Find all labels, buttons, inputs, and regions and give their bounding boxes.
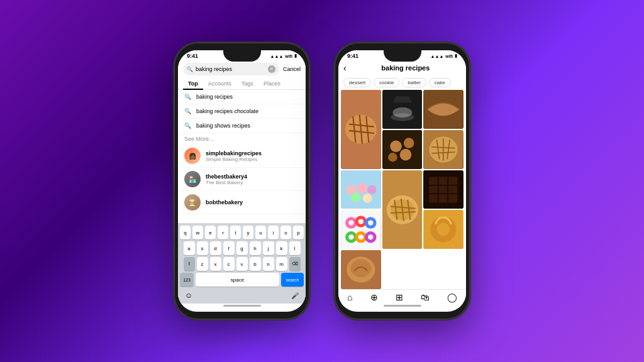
key-h[interactable]: h [250, 241, 261, 255]
key-i[interactable]: i [268, 226, 279, 239]
key-d[interactable]: d [210, 241, 221, 255]
key-e[interactable]: e [205, 226, 216, 239]
search-icon-sug1: 🔍 [184, 94, 191, 100]
suggestion-text-1: baking recipes [196, 94, 233, 100]
status-icons-2: ▲▲▲ wifi ▮ [431, 53, 457, 58]
wifi-icon: wifi [285, 54, 292, 58]
grid-cell-donut-glazed[interactable] [423, 210, 464, 249]
key-y[interactable]: y [243, 226, 253, 239]
svg-point-14 [399, 149, 411, 161]
mic-icon[interactable]: 🎤 [291, 292, 299, 299]
grid-cell-flour[interactable] [382, 90, 423, 129]
key-o[interactable]: o [280, 226, 291, 239]
suggestion-item-1[interactable]: 🔍 baking recipes [178, 90, 306, 104]
chip-dessert[interactable]: dessert [343, 78, 371, 87]
key-u[interactable]: u [255, 226, 266, 239]
nav-profile-icon[interactable]: ◯ [447, 292, 457, 302]
key-p[interactable]: p [293, 226, 304, 239]
account-fullname-2: The Best Bakery [206, 180, 247, 185]
key-k[interactable]: k [276, 241, 287, 255]
account-info-2: thebestbakery4 The Best Bakery [206, 173, 247, 185]
results-title: baking recipes [350, 64, 461, 72]
search-icon-sug2: 🔍 [184, 108, 191, 114]
grid-cell-pie-golden[interactable] [382, 170, 423, 250]
chip-cookie[interactable]: cookie [374, 78, 399, 87]
key-search[interactable]: search [281, 273, 304, 287]
avatar-2: 🏪 [184, 171, 201, 187]
clear-button[interactable]: ✕ [268, 65, 275, 73]
svg-point-28 [363, 194, 372, 202]
account-item-3[interactable]: 👨‍🍳 bobthebakery [178, 191, 306, 214]
svg-point-15 [388, 153, 397, 162]
suggestion-item-2[interactable]: 🔍 baking recipes chocolate [178, 104, 306, 119]
grid-cell-cookies[interactable] [382, 130, 423, 169]
key-z[interactable]: z [197, 257, 208, 271]
grid-cell-choc[interactable] [423, 170, 464, 209]
key-v[interactable]: v [236, 257, 248, 271]
svg-rect-38 [430, 177, 458, 202]
grid-cell-donuts[interactable] [341, 210, 381, 249]
chip-cake[interactable]: cake [429, 78, 451, 87]
tab-places[interactable]: Places [258, 78, 286, 89]
nav-home-icon[interactable]: ⌂ [347, 292, 352, 302]
key-l[interactable]: l [289, 241, 301, 255]
grid-cell-pie2[interactable] [423, 130, 464, 169]
key-a[interactable]: a [184, 241, 195, 255]
key-n[interactable]: n [263, 257, 274, 271]
tab-accounts[interactable]: Accounts [203, 78, 236, 89]
key-m[interactable]: m [276, 257, 287, 271]
time-2: 9:41 [347, 53, 358, 59]
key-q[interactable]: q [180, 226, 191, 239]
key-shift[interactable]: ⇧ [184, 257, 195, 271]
suggestion-list: 🔍 baking recipes 🔍 baking recipes chocol… [178, 90, 306, 223]
cancel-button[interactable]: Cancel [283, 66, 301, 72]
emoji-icon[interactable]: ☺ [185, 291, 192, 300]
key-s[interactable]: s [197, 241, 208, 255]
time-1: 9:41 [187, 53, 198, 59]
svg-point-9 [391, 113, 414, 121]
key-x[interactable]: x [210, 257, 221, 271]
kb-row-1: q w e r t y u i o p [180, 226, 304, 239]
signal-icon-2: ▲▲▲ [431, 54, 444, 58]
key-j[interactable]: j [263, 241, 274, 255]
search-input-box[interactable]: 🔍 baking recipes ✕ [183, 63, 279, 75]
image-grid [338, 90, 466, 289]
svg-point-47 [358, 219, 364, 224]
account-username-1: simplebakingrecipes [206, 150, 262, 156]
tab-top[interactable]: Top [183, 78, 203, 89]
svg-point-27 [351, 193, 360, 202]
account-item-1[interactable]: 👩🏾 simplebakingrecipes Simple Baking Rec… [178, 145, 306, 168]
key-delete[interactable]: ⌫ [289, 257, 301, 271]
key-c[interactable]: c [223, 257, 235, 271]
tab-tags[interactable]: Tags [236, 78, 258, 89]
see-more-link[interactable]: See More... [178, 133, 306, 145]
suggestion-item-3[interactable]: 🔍 baking shows recipes [178, 119, 306, 133]
chip-batter[interactable]: batter [402, 78, 426, 87]
nav-shop-icon[interactable]: 🛍 [421, 292, 430, 302]
svg-point-61 [350, 260, 371, 278]
grid-cell-pie-top[interactable] [341, 250, 381, 289]
svg-point-58 [437, 223, 450, 236]
key-123[interactable]: 123 [180, 273, 194, 287]
signal-icon: ▲▲▲ [270, 54, 284, 58]
nav-search-icon[interactable]: ⊕ [370, 292, 378, 302]
key-b[interactable]: b [250, 257, 261, 271]
account-item-2[interactable]: 🏪 thebestbakery4 The Best Bakery [178, 168, 306, 191]
notch-1 [223, 50, 261, 62]
search-input-text[interactable]: baking recipes [196, 66, 265, 72]
kb-row-4: 123 space search [180, 273, 304, 287]
grid-cell-macarons[interactable] [341, 170, 381, 209]
nav-add-icon[interactable]: ⊞ [396, 292, 403, 302]
key-w[interactable]: w [192, 226, 203, 239]
key-g[interactable]: g [236, 241, 248, 255]
key-space[interactable]: space [196, 273, 279, 287]
keyboard: q w e r t y u i o p a s d f g h [178, 223, 306, 304]
back-button[interactable]: ‹ [343, 63, 347, 73]
grid-cell-pie-brown[interactable] [423, 90, 464, 129]
key-r[interactable]: r [218, 226, 228, 239]
svg-point-53 [358, 235, 364, 240]
grid-cell-pie-lattice[interactable] [341, 90, 381, 169]
key-f[interactable]: f [223, 241, 235, 255]
key-t[interactable]: t [230, 226, 241, 239]
svg-point-49 [368, 221, 373, 226]
